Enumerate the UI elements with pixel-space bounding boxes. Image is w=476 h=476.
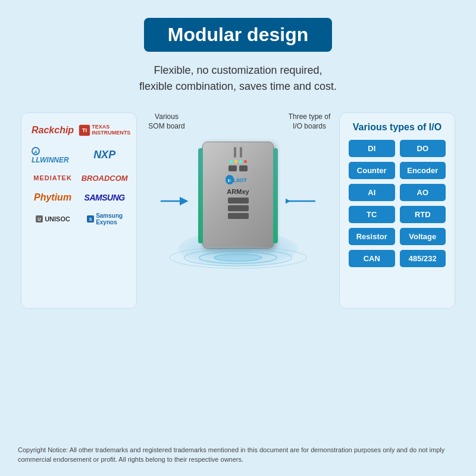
antenna-2: [240, 147, 242, 158]
brand-nxp: NXP: [77, 146, 131, 164]
svg-text:A: A: [33, 149, 37, 155]
exynos-icon: S: [86, 215, 95, 223]
right-panel-io: Various types of I/O DIDOCounterEncoderA…: [339, 112, 455, 309]
usb-port-1: [228, 165, 237, 171]
antenna-1: [234, 147, 236, 158]
eth-port-2: [228, 205, 249, 211]
io-badge-rs485: 485/232: [400, 250, 446, 267]
center-section: VariousSOM board Three type ofI/O boards: [137, 112, 339, 267]
led-2: [234, 160, 237, 163]
brand-broadcom: BROADCOM: [77, 171, 131, 185]
brand-samsung: SAMSUNG: [77, 190, 131, 205]
device-ripple-effect: [167, 222, 309, 270]
ti-logo-icon: TI: [79, 124, 90, 136]
eth-port-1: [228, 198, 249, 203]
io-badge-do: DO: [400, 140, 446, 157]
label-som-board: VariousSOM board: [143, 112, 190, 131]
io-badge-can: CAN: [349, 250, 395, 267]
bliiot-logo-icon: B BLIIOT: [225, 174, 252, 186]
center-labels: VariousSOM board Three type ofI/O boards: [137, 112, 339, 131]
arrow-right: [286, 192, 315, 210]
allwinner-icon: A: [32, 147, 40, 155]
arrow-right-icon: [286, 192, 315, 210]
unisoc-icon: U: [35, 215, 43, 223]
io-badge-counter: Counter: [349, 162, 395, 179]
svg-text:U: U: [38, 217, 41, 221]
led-3: [239, 160, 242, 163]
brand-rackchip: Rackchip: [30, 123, 75, 138]
left-panel-som: Rackchip TI TEXASINSTRUMENTS A: [21, 112, 137, 309]
label-io-boards: Three type ofI/O boards: [286, 112, 333, 131]
svg-text:S: S: [89, 217, 92, 221]
arrow-left-icon: [161, 192, 190, 210]
io-badge-tc: TC: [349, 206, 395, 223]
brand-mediatek: MEDIATEK: [30, 172, 75, 184]
brand-allwinner: A LLWINNER: [30, 143, 75, 167]
io-badge-voltage: Voltage: [400, 228, 446, 245]
svg-point-15: [214, 254, 262, 261]
device-antennas: [234, 147, 242, 158]
device-name-text: ARMxy: [227, 188, 249, 195]
brand-phytium: Phytium: [30, 190, 75, 205]
led-4: [244, 160, 247, 163]
device-logo-text: B BLIIOT: [225, 174, 252, 187]
header: Modular design Flexible, no customizatio…: [0, 0, 476, 95]
io-badge-rtd: RTD: [400, 206, 446, 223]
led-1: [230, 160, 233, 163]
svg-text:TI: TI: [82, 127, 87, 133]
arrow-left: [161, 192, 190, 210]
usb-port-2: [239, 165, 248, 171]
brand-ti: TI TEXASINSTRUMENTS: [77, 122, 131, 139]
svg-text:BLIIOT: BLIIOT: [229, 177, 247, 183]
io-badge-ao: AO: [400, 184, 446, 201]
brand-grid: Rackchip TI TEXASINSTRUMENTS A: [30, 122, 127, 228]
footer-copyright: Copyright Notice: All other trademarks a…: [18, 446, 458, 464]
io-badge-ai: AI: [349, 184, 395, 201]
eth-port-3: [228, 213, 249, 219]
page-title: Modular design: [144, 18, 332, 52]
io-panel-title: Various types of I/O: [349, 122, 446, 133]
main-content: Rackchip TI TEXASINSTRUMENTS A: [0, 112, 476, 309]
device-leds: [230, 160, 247, 163]
io-grid: DIDOCounterEncoderAIAOTCRTDResistorVolta…: [349, 140, 446, 267]
brand-unisoc: U UNISOC: [30, 212, 75, 226]
device-eth-ports: [228, 198, 249, 219]
device-area: B BLIIOT ARMxy: [137, 136, 339, 267]
brand-exynos: S SamsungExynos: [77, 210, 131, 228]
device-usb-ports: [228, 165, 248, 171]
io-badge-resistor: Resistor: [349, 228, 395, 245]
subtitle: Flexible, no customization required, fle…: [0, 62, 476, 95]
device-illustration: B BLIIOT ARMxy: [190, 136, 286, 267]
io-badge-encoder: Encoder: [400, 162, 446, 179]
io-badge-di: DI: [349, 140, 395, 157]
